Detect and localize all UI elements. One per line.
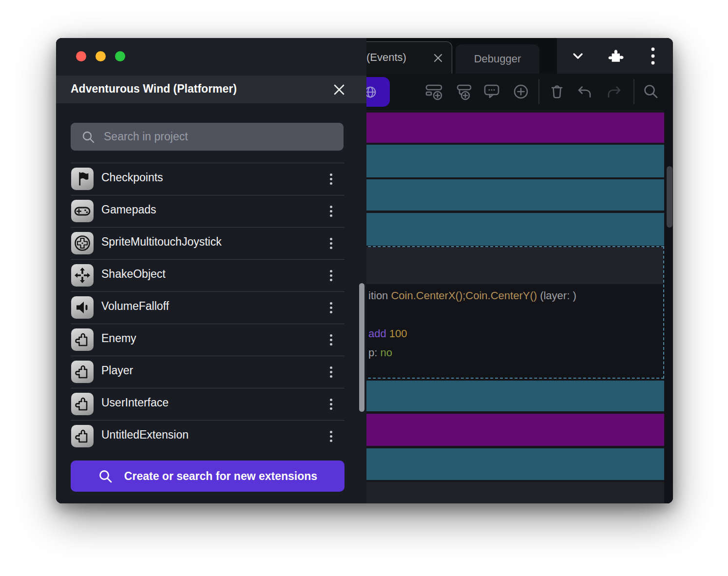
list-divider [71,163,345,163]
event-row-teal[interactable] [329,145,664,177]
events-scrollbar-thumb[interactable] [667,166,672,228]
extension-name: UserInterface [101,396,169,409]
event-row-purple[interactable] [329,113,664,143]
window-titlebar [56,38,366,76]
extension-list-item[interactable]: ShakeObject [71,259,345,291]
tab-debugger[interactable]: Debugger [456,44,539,74]
toolbar-divider [633,79,634,104]
kebab-menu-icon[interactable] [326,170,336,188]
extension-list-item[interactable]: Checkpoints [71,163,345,195]
extension-list-item[interactable]: UserInterface [71,388,345,420]
kebab-menu-icon[interactable] [326,427,336,445]
list-divider [71,324,345,324]
window-controls-block [557,38,673,74]
extension-name: Gamepads [101,203,156,216]
event-action-text[interactable]: p: no [368,346,392,359]
code-segment-object: Coin.CenterX();Coin.CenterY() [391,289,537,302]
list-divider [71,291,345,292]
code-segment-muted: p: [368,346,380,359]
kebab-menu-icon[interactable] [326,267,336,284]
extension-name: Enemy [101,332,136,345]
create-extension-button[interactable]: Create or search for new extensions [71,461,345,492]
puzzle-icon [71,328,94,351]
speaker-icon [71,296,94,319]
code-segment-muted: ition [368,289,391,302]
add-circle-icon[interactable] [512,83,530,102]
event-row-teal[interactable] [329,448,664,480]
close-window-button[interactable] [76,51,86,61]
extension-name: SpriteMultitouchJoystick [101,235,222,249]
puzzle-icon [71,361,94,383]
gamepad-icon [71,200,94,222]
code-segment-boolean: no [380,346,392,359]
create-extension-label: Create or search for new extensions [124,470,317,483]
redo-icon[interactable] [605,83,623,102]
extension-list-item[interactable]: VolumeFalloff [71,291,345,324]
kebab-menu-icon[interactable] [326,395,336,413]
move-arrows-icon [71,264,94,287]
kebab-menu-icon[interactable] [326,202,336,220]
extension-list-item[interactable]: UntitledExtension [71,420,345,452]
kebab-menu-icon[interactable] [651,47,655,67]
list-divider [71,420,345,421]
list-divider [71,195,345,195]
panel-scrollbar-thumb[interactable] [359,283,364,412]
code-segment-muted: (layer: ) [537,289,576,302]
puzzle-icon [71,393,94,415]
extension-name: UntitledExtension [101,428,189,442]
extension-name: VolumeFalloff [101,300,169,313]
add-subevent-icon[interactable] [454,83,473,103]
kebab-menu-icon[interactable] [326,299,336,316]
list-divider [71,388,345,388]
close-tab-icon[interactable] [433,53,443,63]
project-search [71,123,344,151]
zoom-window-button[interactable] [115,51,125,61]
panel-title: Adventurous Wind (Platformer) [71,82,237,96]
extension-list-item[interactable]: Player [71,356,345,388]
extension-list-item[interactable]: SpriteMultitouchJoystick [71,227,345,259]
event-row-teal[interactable] [329,179,664,211]
selected-event[interactable]: ition Coin.CenterX();Coin.CenterY() (lay… [329,246,664,379]
trash-icon[interactable] [548,83,566,102]
search-icon[interactable] [642,83,660,102]
event-row-teal[interactable] [329,381,664,411]
event-action-text[interactable]: add 100 [368,327,407,340]
minimize-window-button[interactable] [96,51,106,61]
extension-list-item[interactable]: Gamepads [71,195,345,227]
extension-list-item[interactable]: Enemy [71,324,345,356]
panel-header: Adventurous Wind (Platformer) [56,76,366,103]
list-divider [71,259,345,260]
add-comment-icon[interactable] [483,83,500,102]
chevron-down-icon[interactable] [570,48,586,66]
puzzle-icon[interactable] [607,48,624,67]
undo-icon[interactable] [575,83,594,102]
puzzle-icon [71,425,94,447]
list-divider [71,356,345,356]
event-conditions-area[interactable] [330,247,663,284]
search-input[interactable] [104,123,338,151]
event-action-text[interactable]: ition Coin.CenterX();Coin.CenterY() (lay… [368,289,576,302]
app-window: (Events) Debugger [56,38,673,503]
kebab-menu-icon[interactable] [326,234,336,252]
event-row-teal[interactable] [329,213,664,246]
joystick-icon [71,232,94,254]
project-manager-panel: Adventurous Wind (Platformer) Checkpoint… [56,38,366,503]
extension-name: Checkpoints [101,171,163,184]
list-divider [71,227,345,228]
kebab-menu-icon[interactable] [326,363,336,381]
events-empty-area[interactable] [329,482,664,503]
kebab-menu-icon[interactable] [326,331,336,348]
tab-debugger-label: Debugger [474,53,521,65]
search-icon [81,130,95,144]
code-segment-keyword: add [368,327,389,340]
toolbar-divider [538,79,539,104]
code-segment-number: 100 [389,327,407,340]
event-row-purple[interactable] [329,414,664,446]
add-event-icon[interactable] [425,83,443,103]
search-icon [98,469,113,483]
extension-name: ShakeObject [101,268,166,281]
close-icon[interactable] [332,83,346,96]
extension-name: Player [101,364,133,377]
tab-events-label: (Events) [366,51,406,64]
flag-icon [71,168,94,190]
